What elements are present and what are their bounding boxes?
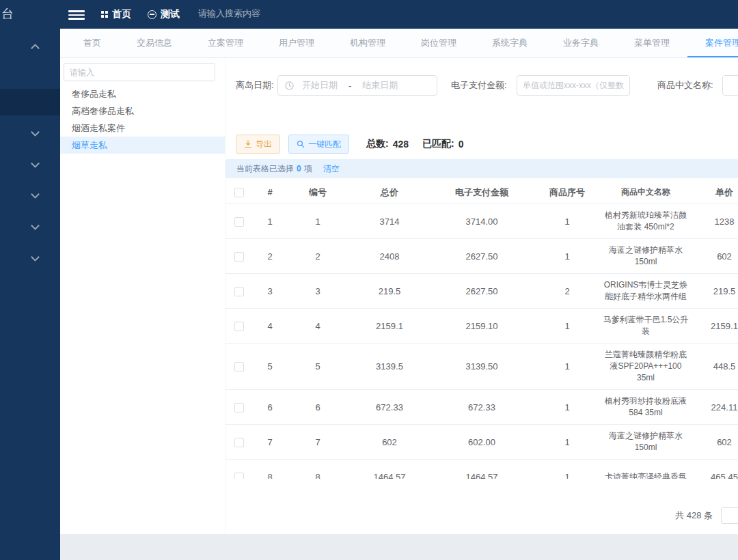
nav-test[interactable]: 测试 [148,8,180,20]
date-filter-label: 离岛日期: [236,75,274,96]
tab[interactable]: 岗位管理 [403,29,474,57]
tab-label: 岗位管理 [421,37,456,49]
date-range-picker[interactable]: 开始日期 - 结束日期 [277,75,437,96]
tab-label: 用户管理 [279,37,314,49]
table-header: # 编号 总价 电子支付金额 商品序号 商品中文名称 单价 [226,181,738,204]
row-checkbox[interactable] [234,473,244,479]
cell-product-name: 卡诗菁纯亮泽经典香氛 [601,471,690,479]
cell-unit-price: 602 [690,251,738,262]
cell-product-seq: 1 [533,251,601,262]
selection-info-bar: 当前表格已选择 0 项 清空 [226,159,738,178]
cell-product-name: 马爹利蓝带干邑1.5公升装 [601,314,690,337]
chevron-down-icon[interactable] [31,190,40,199]
chevron-down-icon[interactable] [31,221,40,230]
case-type-item[interactable]: 奢侈品走私 [60,85,225,102]
tab-label: 机构管理 [350,37,385,49]
table-row: 3 3 219.5 2627.50 2 ORIGINS韦博士灵芝焕能好底子精华水… [226,274,738,309]
download-icon [244,140,252,148]
cell-product-name: 兰蔻菁纯臻颜精华粉底液SPF20PA+++100 35ml [601,349,690,384]
hamburger-menu-icon[interactable] [68,8,85,20]
cell-code: 1 [287,216,348,227]
row-checkbox[interactable] [234,217,244,227]
cell-unit-price: 2159.1 [690,321,738,331]
cell-code: 4 [287,321,348,331]
table-row: 1 1 3714 3714.00 1 植村秀新琥珀臻萃洁颜油套装 450ml*2… [226,204,738,239]
cell-unit-price: 465.45 [690,472,738,479]
tab[interactable]: 立案管理 [190,29,261,57]
cell-index: 3 [253,286,287,296]
global-search-input[interactable]: 请输入搜索内容 [198,8,260,20]
tab[interactable]: 案件管理 × [687,29,738,57]
cell-index: 1 [253,216,287,227]
tab[interactable]: 用户管理 [261,29,332,57]
date-separator: - [348,81,351,91]
cell-total-price: 602 [348,437,430,447]
match-stats: 总数: 428 已匹配: 0 [366,138,464,150]
tab-label: 菜单管理 [634,37,670,49]
chevron-down-icon[interactable] [31,253,40,262]
cell-total-price: 219.5 [348,286,430,296]
selection-prefix: 当前表格已选择 [236,163,294,175]
cell-product-name: 植村秀羽纱持妆粉底液 584 35ml [601,395,690,419]
case-type-label: 高档奢侈品走私 [72,106,134,116]
cell-epay-amount: 602.00 [430,437,533,447]
tab[interactable]: 菜单管理 [616,29,687,57]
export-button[interactable]: 导出 [236,135,280,154]
cell-index: 7 [253,437,287,447]
select-all-checkbox[interactable] [234,188,244,197]
selection-suffix: 项 [304,163,312,175]
chevron-up-icon[interactable] [31,44,40,53]
cell-epay-amount: 672.33 [430,402,533,412]
chevron-down-icon[interactable] [31,128,40,137]
table-body: 1 1 3714 3714.00 1 植村秀新琥珀臻萃洁颜油套装 450ml*2… [226,204,738,479]
tab-label: 交易信息 [137,37,172,49]
cell-total-price: 3139.5 [348,361,430,372]
row-checkbox[interactable] [234,362,244,372]
amount-filter-input[interactable] [517,75,630,96]
col-product-name: 商品中文名称 [601,186,690,198]
tab-label: 立案管理 [208,37,243,49]
end-date-placeholder[interactable]: 结束日期 [362,79,398,92]
cell-epay-amount: 3139.50 [430,361,533,372]
chevron-down-icon[interactable] [31,159,40,168]
logo-text-fragment: 台 [1,5,14,22]
cell-total-price: 3714 [348,216,430,227]
cell-product-name: 植村秀新琥珀臻萃洁颜油套装 450ml*2 [601,210,690,233]
one-click-match-button[interactable]: 一键匹配 [288,135,349,154]
nav-home[interactable]: 首页 [101,8,131,20]
tab[interactable]: 首页 [66,29,119,57]
product-name-filter-label: 商品中文名称: [657,75,713,96]
tab[interactable]: 系统字典 [474,29,545,57]
sidebar-selected-item[interactable] [0,89,60,115]
table-row: 4 4 2159.1 2159.10 1 马爹利蓝带干邑1.5公升装 2159.… [226,309,738,344]
row-checkbox[interactable] [234,438,244,447]
tab[interactable]: 业务字典 [545,29,616,57]
app-window: 台 首页 测试 请输入搜索内容 首页 [0,0,738,560]
cell-product-seq: 1 [533,402,601,412]
product-name-filter-input[interactable] [722,75,738,96]
clear-selection-link[interactable]: 清空 [323,163,340,175]
row-checkbox[interactable] [234,322,244,331]
cell-unit-price: 1238 [690,216,738,227]
case-type-search-input[interactable] [64,63,215,81]
case-type-item[interactable]: 高档奢侈品走私 [60,102,225,120]
row-checkbox[interactable] [234,287,244,296]
start-date-placeholder[interactable]: 开始日期 [302,79,338,92]
total-label: 总数: [366,138,389,150]
cell-epay-amount: 2627.50 [430,286,533,296]
tab[interactable]: 机构管理 [332,29,403,57]
minus-circle-icon [148,10,156,19]
case-type-item[interactable]: 烟酒走私案件 [60,120,225,137]
tab[interactable]: 交易信息 [119,29,190,57]
row-checkbox[interactable] [234,252,244,262]
cell-code: 7 [287,437,348,447]
case-type-list: 奢侈品走私 高档奢侈品走私 烟酒走私案件 烟草走私 [60,85,225,154]
total-value: 428 [393,139,409,150]
page-size-select[interactable] [721,507,738,524]
row-checkbox[interactable] [234,403,244,412]
cell-code: 5 [287,361,348,372]
cell-epay-amount: 2159.10 [430,321,533,331]
cell-product-name: 海蓝之谜修护精萃水 150ml [601,244,690,268]
case-type-item[interactable]: 烟草走私 [60,137,225,154]
cell-total-price: 2408 [348,251,430,262]
